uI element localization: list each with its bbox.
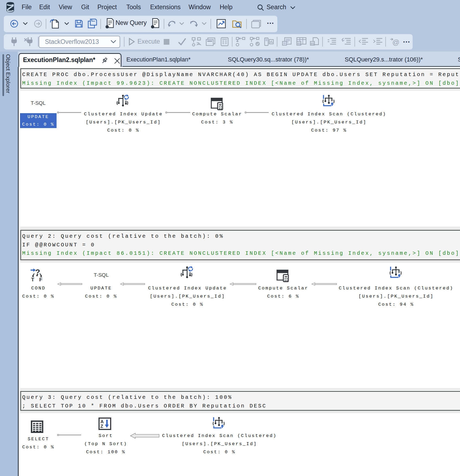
svg-text:@: @ [392,38,399,46]
svg-text:01: 01 [311,42,314,45]
svg-text:01: 01 [297,42,301,45]
